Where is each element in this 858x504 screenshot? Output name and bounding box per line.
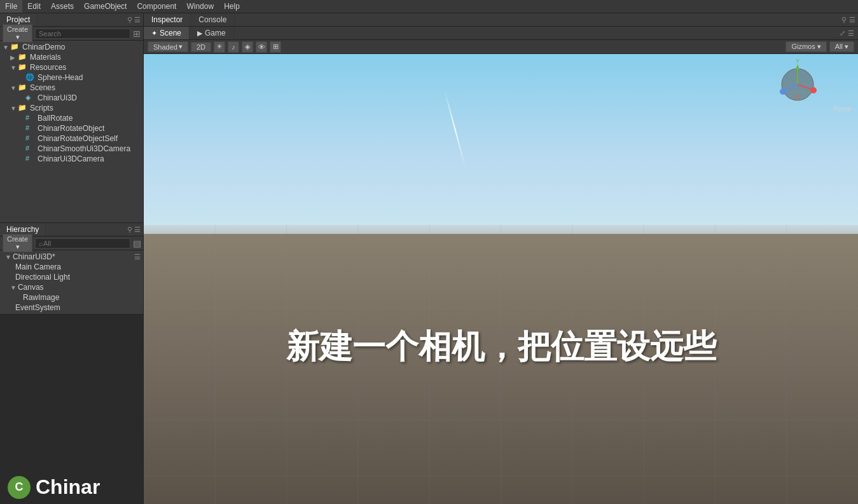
tree-item-ChinarDemo[interactable]: ▼ 📁 ChinarDemo: [0, 42, 143, 52]
left-panel: Project ⚲ ☰ Create ▾ ⊞ ☰ ▼ 📁 ChinarDemo: [0, 13, 144, 504]
tree-label-Scenes: Scenes: [30, 83, 55, 92]
svg-point-21: [794, 94, 801, 100]
tab-inspector[interactable]: Inspector: [144, 13, 191, 26]
script-BallRotate-icon: #: [25, 114, 36, 123]
hierarchy-create-button[interactable]: Create ▾: [3, 234, 32, 252]
hierarchy-panel: Hierarchy ⚲ ☰ Create ▾ ▤ ⇅ ▼ ChinarUi: [0, 222, 143, 314]
inspector-menu-icon[interactable]: ☰: [849, 16, 855, 24]
tab-game[interactable]: ▶ Game: [190, 27, 234, 39]
tree-label-ChinarSmoothUi3DCamera: ChinarSmoothUi3DCamera: [38, 144, 130, 153]
menu-edit[interactable]: Edit: [22, 0, 46, 13]
tree-item-Scenes[interactable]: ▼ 📁 Scenes: [0, 83, 143, 93]
tree-item-Materials[interactable]: ▶ 📁 Materials: [0, 52, 143, 62]
hierarchy-item-DirectionalLight[interactable]: Directional Light: [0, 272, 143, 282]
hierarchy-search-input[interactable]: [35, 238, 130, 249]
project-toolbar: Create ▾ ⊞ ☰: [0, 27, 143, 41]
scene-overlay-text: 新建一个相机，把位置设远些: [286, 325, 716, 369]
hierarchy-menu-btn[interactable]: ☰: [134, 253, 141, 261]
hierarchy-item-ChinarUi3D[interactable]: ▼ ChinarUi3D* ☰: [0, 252, 143, 262]
effects-toggle[interactable]: ◈: [242, 41, 253, 53]
all-layers-button[interactable]: All ▾: [829, 41, 854, 52]
menu-help[interactable]: Help: [219, 0, 245, 13]
arrow-Scripts: ▼: [10, 105, 18, 112]
tree-item-Scripts[interactable]: ▼ 📁 Scripts: [0, 103, 143, 113]
lighting-toggle[interactable]: ☀: [214, 41, 225, 53]
tree-item-ChinarRotateObjectSelf[interactable]: # ChinarRotateObjectSelf: [0, 133, 143, 144]
menu-icon[interactable]: ☰: [134, 16, 141, 24]
script-ChinarRotateObject-icon: #: [25, 124, 36, 133]
hierarchy-filter-icon[interactable]: ▤: [133, 238, 141, 249]
persp-label: Persp: [833, 105, 852, 112]
project-search-input[interactable]: [35, 29, 130, 39]
tab-scene-label: Scene: [160, 29, 181, 37]
project-create-button[interactable]: Create ▾: [3, 24, 32, 43]
scene-viewport[interactable]: 新建一个相机，把位置设远些 Y: [144, 54, 858, 504]
tab-game-label: Game: [205, 29, 226, 37]
tree-item-Resources[interactable]: ▼ 📁 Resources: [0, 62, 143, 72]
menu-assets[interactable]: Assets: [46, 0, 79, 13]
tree-label-Scripts: Scripts: [30, 104, 53, 112]
top-menu-bar: File Edit Assets GameObject Component Wi…: [0, 0, 858, 13]
svg-point-20: [780, 88, 786, 95]
tree-label-Resources: Resources: [30, 63, 66, 72]
scene-area: ✦ Scene ▶ Game ⤢ ☰ Shaded ▾: [144, 27, 858, 504]
scene-toolbar-right: Gizmos ▾ All ▾: [785, 41, 854, 52]
folder-Materials-icon: 📁: [18, 53, 28, 62]
hierarchy-label-MainCamera: Main Camera: [15, 262, 61, 271]
hidden-objects-toggle[interactable]: 👁: [256, 41, 267, 53]
menu-component[interactable]: Component: [132, 0, 181, 13]
menu-window[interactable]: Window: [181, 0, 219, 13]
hierarchy-item-Canvas[interactable]: ▼ Canvas: [0, 282, 143, 292]
audio-toggle[interactable]: ♪: [228, 41, 239, 53]
hierarchy-label-Canvas: Canvas: [18, 283, 44, 292]
project-tree: ▼ 📁 ChinarDemo ▶ 📁 Materials ▼ 📁 Resourc…: [0, 41, 143, 222]
scene-ChinarUi3D-icon: ◈: [25, 93, 36, 102]
hierarchy-label-EventSystem: EventSystem: [15, 303, 60, 312]
tree-label-BallRotate: BallRotate: [38, 114, 73, 123]
tree-item-ChinarUi3DCamera[interactable]: # ChinarUi3DCamera: [0, 154, 143, 164]
hierarchy-item-MainCamera[interactable]: Main Camera: [0, 262, 143, 272]
shaded-dropdown[interactable]: Shaded ▾: [148, 41, 188, 52]
folder-Scripts-icon: 📁: [18, 104, 28, 112]
hierarchy-menu-icon[interactable]: ☰: [134, 226, 141, 234]
hierarchy-label-DirectionalLight: Directional Light: [15, 273, 70, 282]
hierarchy-lock-icon[interactable]: ⚲: [127, 226, 132, 234]
hierarchy-tree: ▼ ChinarUi3D* ☰ Main Camera Directional …: [0, 250, 143, 314]
tree-label-ChinarUi3D: ChinarUi3D: [38, 93, 77, 102]
menu-file[interactable]: File: [0, 0, 22, 13]
scene-maximize-icon[interactable]: ⤢: [840, 29, 845, 37]
hierarchy-item-RawImage[interactable]: RawImage: [0, 292, 143, 303]
tree-item-Sphere-Head[interactable]: 🌐 Sphere-Head: [0, 72, 143, 83]
tree-label-ChinarUi3DCamera: ChinarUi3DCamera: [38, 154, 104, 163]
arrow-hierarchy-Canvas: ▼: [10, 284, 17, 291]
grid-toggle[interactable]: ⊞: [270, 41, 281, 53]
tree-item-BallRotate[interactable]: # BallRotate: [0, 113, 143, 123]
tree-item-ChinarRotateObject[interactable]: # ChinarRotateObject: [0, 123, 143, 133]
arrow-Materials: ▶: [10, 54, 18, 61]
shaded-label: Shaded: [153, 43, 177, 51]
tree-item-ChinarUi3D[interactable]: ◈ ChinarUi3D: [0, 93, 143, 103]
shaded-arrow-icon: ▾: [179, 43, 183, 51]
tab-hierarchy-label: Hierarchy: [6, 225, 39, 234]
2d-button[interactable]: 2D: [191, 42, 211, 52]
brand-logo-icon: C: [8, 476, 31, 499]
gizmos-label: Gizmos ▾: [791, 43, 820, 51]
2d-label: 2D: [197, 43, 205, 51]
script-ChinarRotateObjectSelf-icon: #: [25, 134, 36, 143]
scene-menu-icon[interactable]: ☰: [848, 29, 854, 37]
gizmos-button[interactable]: Gizmos ▾: [785, 41, 826, 52]
folder-icon[interactable]: ⊞: [133, 29, 141, 39]
all-layers-label: All ▾: [835, 43, 848, 51]
arrow-ChinarDemo: ▼: [3, 44, 10, 51]
tree-item-ChinarSmoothUi3DCamera[interactable]: # ChinarSmoothUi3DCamera: [0, 144, 143, 154]
lock-icon[interactable]: ⚲: [127, 16, 132, 24]
inspector-lock-icon[interactable]: ⚲: [841, 16, 847, 24]
tab-console[interactable]: Console: [191, 13, 235, 26]
hierarchy-item-EventSystem[interactable]: EventSystem: [0, 303, 143, 313]
menu-gameobject[interactable]: GameObject: [79, 0, 132, 13]
hierarchy-toolbar: Create ▾ ▤ ⇅: [0, 236, 143, 250]
svg-marker-15: [796, 64, 799, 69]
tab-scene[interactable]: ✦ Scene: [144, 27, 190, 39]
tree-label-Sphere-Head: Sphere-Head: [38, 73, 83, 82]
scene-gizmo[interactable]: Y: [775, 59, 820, 104]
